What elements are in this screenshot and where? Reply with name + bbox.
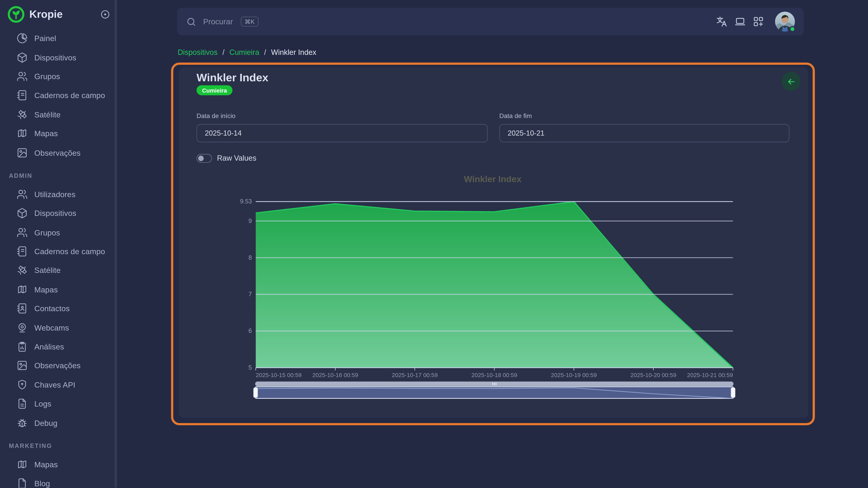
y-tick-label: 5 <box>249 364 252 371</box>
sidebar-item-observacoes[interactable]: Observações <box>0 143 118 162</box>
sidebar-item-analises[interactable]: Análises <box>0 337 118 356</box>
sidebar-nav: PainelDispositivosGruposCadernos de camp… <box>0 29 118 488</box>
image-icon <box>17 360 28 371</box>
sidebar-section-admin: ADMIN <box>0 170 118 181</box>
winkler-area-chart[interactable]: 567899.532025-10-15 00:592025-10-16 00:5… <box>238 196 747 401</box>
sidebar-item-dispositivos[interactable]: Dispositivos <box>0 48 118 67</box>
sidebar-item-webcams[interactable]: Webcams <box>0 318 118 337</box>
pie-icon <box>17 33 28 44</box>
y-tick-label: 6 <box>249 327 252 334</box>
sidebar-item-utilizadores[interactable]: Utilizadores <box>0 185 118 204</box>
start-date-label: Data de início <box>196 113 235 119</box>
sidebar-item-logs[interactable]: Logs <box>0 394 118 414</box>
x-tick-label: 2025-10-16 00:59 <box>312 372 358 378</box>
satellite-icon <box>17 109 28 120</box>
users-icon <box>17 71 28 82</box>
sidebar-item-label: Webcams <box>34 323 69 332</box>
sidebar-collapse-icon[interactable] <box>100 9 110 20</box>
sidebar-item-cadernos-de-campo[interactable]: Cadernos de campo <box>0 86 118 105</box>
y-tick-label: 8 <box>249 254 252 261</box>
app-root: Kropie PainelDispositivosGruposCadernos … <box>0 0 868 488</box>
sidebar-item-label: Utilizadores <box>34 190 75 199</box>
x-tick-label: 2025-10-20 00:59 <box>630 372 677 378</box>
image-icon <box>17 147 28 158</box>
sidebar-item-cadernos-de-campo[interactable]: Cadernos de campo <box>0 242 118 261</box>
sidebar-item-dispositivos[interactable]: Dispositivos <box>0 204 118 223</box>
satellite-icon <box>17 265 28 276</box>
sidebar-item-grupos[interactable]: Grupos <box>0 223 118 242</box>
sidebar-item-label: Cadernos de campo <box>34 91 105 100</box>
device-badge[interactable]: Cumieira <box>196 85 232 95</box>
brand-name: Kropie <box>29 8 100 21</box>
sidebar-item-satelite[interactable]: Satélite <box>0 261 118 280</box>
page-title: Winkler Index <box>196 71 268 84</box>
sidebar-item-mapas[interactable]: Mapas <box>0 124 118 143</box>
navigator-handle-right[interactable] <box>731 388 735 398</box>
user-avatar[interactable] <box>775 12 795 32</box>
box-icon <box>17 208 28 219</box>
sidebar-item-observacoes[interactable]: Observações <box>0 356 118 375</box>
map-icon <box>17 128 28 139</box>
sidebar-item-label: Mapas <box>34 460 58 469</box>
clipboard-icon <box>17 341 28 352</box>
sidebar-item-mapas[interactable]: Mapas <box>0 455 118 474</box>
sidebar-item-mapas[interactable]: Mapas <box>0 280 118 299</box>
breadcrumb-current: Winkler Index <box>271 48 316 56</box>
sidebar-item-blog[interactable]: Blog <box>0 474 118 488</box>
sidebar-item-chaves-api[interactable]: Chaves API <box>0 375 118 394</box>
y-tick-label: 9 <box>249 217 252 224</box>
sidebar-item-satelite[interactable]: Satélite <box>0 105 118 124</box>
sidebar-item-label: Debug <box>34 418 57 427</box>
search-shortcut-kbd: ⌘K <box>241 17 259 27</box>
breadcrumb-dispositivos[interactable]: Dispositivos <box>178 48 218 56</box>
sidebar-item-label: Painel <box>34 34 56 43</box>
shield-icon <box>17 379 28 390</box>
sidebar-item-label: Blog <box>34 479 50 488</box>
breadcrumb-separator: / <box>222 48 224 56</box>
sidebar-item-label: Contactos <box>34 304 70 313</box>
x-tick-label: 2025-10-21 00:59 <box>687 372 733 378</box>
laptop-icon[interactable] <box>735 16 746 27</box>
y-tick-label: 7 <box>249 291 252 298</box>
webcam-icon <box>17 322 28 333</box>
users-icon <box>17 227 28 238</box>
map-icon <box>17 459 28 470</box>
sidebar-item-label: Observações <box>34 148 81 157</box>
sidebar-item-label: Chaves API <box>34 380 75 389</box>
start-date-input[interactable] <box>196 124 488 143</box>
toggle-knob <box>198 155 204 161</box>
search-input[interactable]: Procurar ⌘K <box>186 17 716 27</box>
topbar-actions <box>716 12 795 32</box>
search-icon <box>186 17 196 27</box>
sidebar-item-label: Cadernos de campo <box>34 247 105 256</box>
navigator-handle-left[interactable] <box>253 388 258 398</box>
apps-grid-icon[interactable] <box>753 16 764 27</box>
topbar: Procurar ⌘K <box>177 8 804 35</box>
sidebar-item-label: Grupos <box>34 72 60 81</box>
notebook-icon <box>17 90 28 101</box>
contacts-icon <box>17 303 28 314</box>
file-icon <box>17 478 28 488</box>
end-date-input[interactable] <box>499 124 789 143</box>
raw-values-toggle[interactable] <box>196 154 212 163</box>
breadcrumb-cumieira[interactable]: Cumieira <box>229 48 259 56</box>
sidebar-item-label: Grupos <box>34 228 60 237</box>
sidebar-item-grupos[interactable]: Grupos <box>0 67 118 86</box>
sidebar-item-contactos[interactable]: Contactos <box>0 299 118 318</box>
sidebar-section-marketing: MARKETING <box>0 440 118 451</box>
sidebar-item-label: Análises <box>34 342 64 351</box>
logo-row: Kropie <box>0 0 118 29</box>
sidebar-item-debug[interactable]: Debug <box>0 414 118 432</box>
users-icon <box>17 189 28 200</box>
language-icon[interactable] <box>716 16 727 27</box>
map-icon <box>17 284 28 295</box>
y-tick-label: 9.53 <box>240 198 252 205</box>
back-button[interactable] <box>782 72 800 91</box>
breadcrumb-separator: / <box>264 48 266 56</box>
box-icon <box>17 52 28 63</box>
chart-title: Winkler Index <box>382 175 603 184</box>
sidebar-item-painel[interactable]: Painel <box>0 29 118 48</box>
area-series <box>256 202 733 368</box>
end-date-label: Data de fim <box>499 113 532 119</box>
breadcrumb: Dispositivos / Cumieira / Winkler Index <box>178 48 316 56</box>
